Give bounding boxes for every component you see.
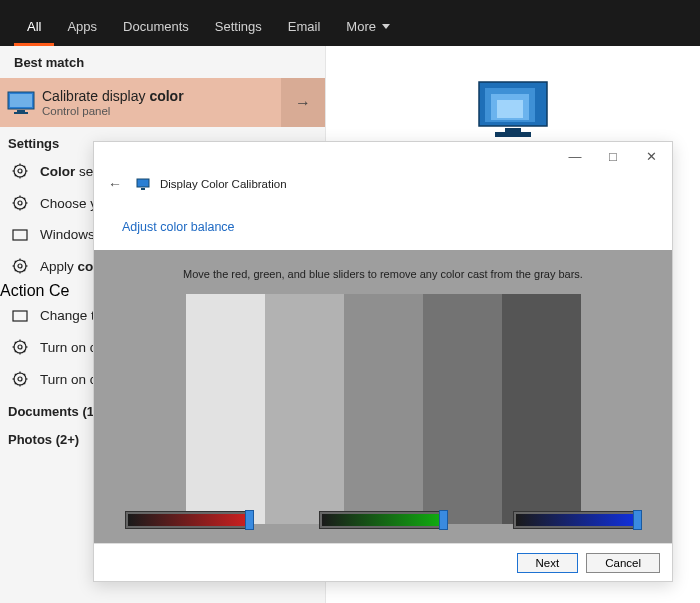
search-tabs-bar: All Apps Documents Settings Email More xyxy=(0,0,700,46)
settings-item-label: Apply col xyxy=(40,259,97,274)
calibration-window-title: Display Color Calibration xyxy=(160,178,287,190)
tab-more-label: More xyxy=(346,19,376,34)
settings-item-label: Turn on c xyxy=(40,372,97,387)
gear-icon xyxy=(10,258,30,274)
calibration-header: ← Display Color Calibration xyxy=(94,170,672,202)
gray-bar xyxy=(186,294,265,524)
svg-rect-59 xyxy=(497,100,523,118)
minimize-button[interactable]: — xyxy=(556,142,594,170)
svg-rect-60 xyxy=(505,128,521,132)
gray-bar xyxy=(423,294,502,524)
tab-settings[interactable]: Settings xyxy=(202,9,275,46)
best-match-expand[interactable]: → xyxy=(281,78,325,127)
slider-thumb[interactable] xyxy=(439,510,448,530)
gray-bar xyxy=(502,294,581,524)
gear-icon xyxy=(10,371,30,387)
best-match-title-pre: Calibrate display xyxy=(42,88,149,104)
calibration-window: — □ ✕ ← Display Color Calibration Adjust… xyxy=(93,141,673,582)
green-slider[interactable] xyxy=(319,511,447,529)
calibration-heading: Adjust color balance xyxy=(94,202,672,250)
svg-point-26 xyxy=(18,264,22,268)
svg-rect-62 xyxy=(137,179,149,187)
best-match-title-bold: color xyxy=(149,88,183,104)
calibration-instruction: Move the red, green, and blue sliders to… xyxy=(183,268,583,280)
svg-rect-61 xyxy=(495,132,531,137)
svg-point-5 xyxy=(18,169,22,173)
close-button[interactable]: ✕ xyxy=(632,142,670,170)
gear-icon xyxy=(10,163,30,179)
svg-rect-63 xyxy=(141,188,145,190)
display-icon xyxy=(10,309,30,323)
chevron-down-icon xyxy=(382,24,390,29)
svg-rect-1 xyxy=(10,94,32,107)
monitor-icon xyxy=(0,91,42,115)
svg-point-37 xyxy=(18,345,22,349)
svg-rect-24 xyxy=(13,230,27,240)
settings-item-label: Turn on c xyxy=(40,340,97,355)
tab-apps[interactable]: Apps xyxy=(54,9,110,46)
slider-thumb[interactable] xyxy=(633,510,642,530)
back-arrow-icon[interactable]: ← xyxy=(104,174,126,194)
blue-gradient xyxy=(516,514,638,526)
green-gradient xyxy=(322,514,444,526)
svg-point-47 xyxy=(18,377,22,381)
svg-rect-3 xyxy=(14,112,28,114)
rgb-sliders xyxy=(125,511,641,529)
gray-bar xyxy=(344,294,423,524)
best-match-text: Calibrate display color Control panel xyxy=(42,88,281,117)
cancel-button[interactable]: Cancel xyxy=(586,553,660,573)
red-gradient xyxy=(128,514,250,526)
slider-thumb[interactable] xyxy=(245,510,254,530)
section-best-match: Best match xyxy=(0,46,325,78)
gray-bar xyxy=(265,294,344,524)
svg-rect-2 xyxy=(17,110,25,112)
settings-item-label: Change t xyxy=(40,308,95,323)
best-match-item[interactable]: Calibrate display color Control panel → xyxy=(0,78,325,127)
settings-item-label: Choose y xyxy=(40,196,97,211)
calibration-footer: Next Cancel xyxy=(94,543,672,581)
settings-item-label: Windows xyxy=(40,227,95,242)
titlebar: — □ ✕ xyxy=(94,142,672,170)
gear-icon xyxy=(10,339,30,355)
arrow-right-icon: → xyxy=(295,94,311,112)
settings-item-label: Color set xyxy=(40,164,97,179)
tab-email[interactable]: Email xyxy=(275,9,334,46)
maximize-button[interactable]: □ xyxy=(594,142,632,170)
tab-all[interactable]: All xyxy=(14,9,54,46)
red-slider[interactable] xyxy=(125,511,253,529)
best-match-subtitle: Control panel xyxy=(42,105,281,117)
gear-icon xyxy=(10,195,30,211)
tab-documents[interactable]: Documents xyxy=(110,9,202,46)
gray-bars xyxy=(186,294,581,524)
display-icon xyxy=(10,228,30,242)
tab-more[interactable]: More xyxy=(333,9,403,46)
next-button[interactable]: Next xyxy=(517,553,579,573)
svg-rect-35 xyxy=(13,311,27,321)
preview-monitor-icon xyxy=(473,76,553,146)
blue-slider[interactable] xyxy=(513,511,641,529)
calibration-body: Move the red, green, and blue sliders to… xyxy=(94,250,672,543)
svg-point-15 xyxy=(18,201,22,205)
calibration-app-icon xyxy=(136,177,150,191)
